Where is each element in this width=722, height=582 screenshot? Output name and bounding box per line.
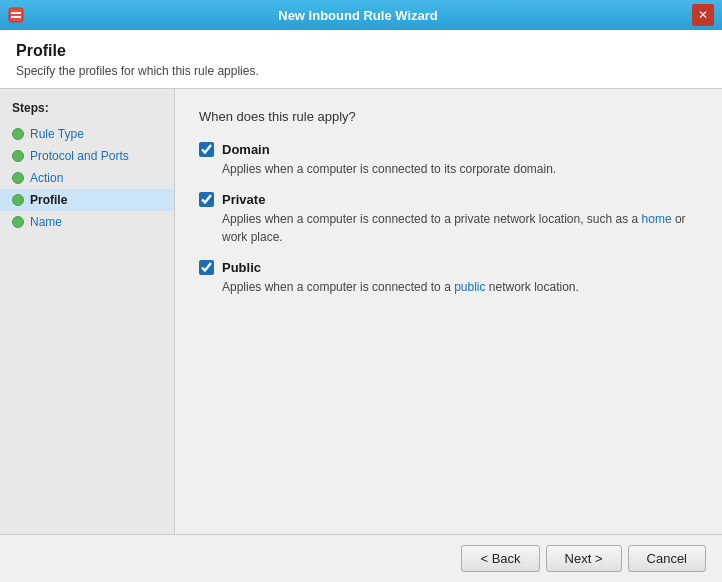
step-indicator-profile: [12, 194, 24, 206]
sidebar-item-profile[interactable]: Profile: [0, 189, 174, 211]
svg-rect-1: [11, 12, 21, 14]
dialog: Profile Specify the profiles for which t…: [0, 30, 722, 582]
dialog-footer: < Back Next > Cancel: [0, 534, 722, 582]
domain-label[interactable]: Domain: [222, 142, 270, 157]
step-indicator-name: [12, 216, 24, 228]
sidebar-item-label-profile: Profile: [30, 193, 67, 207]
sidebar-item-label-action: Action: [30, 171, 63, 185]
step-indicator-action: [12, 172, 24, 184]
private-checkbox[interactable]: [199, 192, 214, 207]
domain-description: Applies when a computer is connected to …: [222, 160, 698, 178]
domain-header: Domain: [199, 142, 698, 157]
svg-rect-2: [11, 16, 21, 18]
content-area: When does this rule apply? Domain Applie…: [175, 89, 722, 534]
sidebar-item-label-rule-type: Rule Type: [30, 127, 84, 141]
private-header: Private: [199, 192, 698, 207]
sidebar-item-protocol-and-ports[interactable]: Protocol and Ports: [0, 145, 174, 167]
profile-option-domain: Domain Applies when a computer is connec…: [199, 142, 698, 178]
step-indicator-rule-type: [12, 128, 24, 140]
cancel-button[interactable]: Cancel: [628, 545, 706, 572]
public-header: Public: [199, 260, 698, 275]
title-bar-title: New Inbound Rule Wizard: [24, 8, 692, 23]
sidebar-item-action[interactable]: Action: [0, 167, 174, 189]
domain-checkbox[interactable]: [199, 142, 214, 157]
page-title: Profile: [16, 42, 706, 60]
public-label[interactable]: Public: [222, 260, 261, 275]
sidebar-item-label-name: Name: [30, 215, 62, 229]
private-label[interactable]: Private: [222, 192, 265, 207]
profile-option-private: Private Applies when a computer is conne…: [199, 192, 698, 246]
question-text: When does this rule apply?: [199, 109, 356, 124]
public-description: Applies when a computer is connected to …: [222, 278, 698, 296]
title-bar-icon: [8, 7, 24, 23]
sidebar-item-rule-type[interactable]: Rule Type: [0, 123, 174, 145]
sidebar-item-name[interactable]: Name: [0, 211, 174, 233]
private-description: Applies when a computer is connected to …: [222, 210, 698, 246]
steps-label: Steps:: [0, 101, 174, 123]
sidebar-item-label-protocol-and-ports: Protocol and Ports: [30, 149, 129, 163]
back-button[interactable]: < Back: [461, 545, 539, 572]
next-button[interactable]: Next >: [546, 545, 622, 572]
public-link[interactable]: public: [454, 280, 485, 294]
home-link[interactable]: home: [642, 212, 672, 226]
rule-apply-question: When does this rule apply?: [199, 109, 698, 124]
svg-rect-0: [9, 8, 23, 22]
dialog-body: Steps: Rule Type Protocol and Ports Acti…: [0, 89, 722, 534]
close-button[interactable]: ✕: [692, 4, 714, 26]
public-checkbox[interactable]: [199, 260, 214, 275]
dialog-header: Profile Specify the profiles for which t…: [0, 30, 722, 89]
step-indicator-protocol-and-ports: [12, 150, 24, 162]
page-subtitle: Specify the profiles for which this rule…: [16, 64, 706, 78]
profile-option-public: Public Applies when a computer is connec…: [199, 260, 698, 296]
sidebar: Steps: Rule Type Protocol and Ports Acti…: [0, 89, 175, 534]
title-bar: New Inbound Rule Wizard ✕: [0, 0, 722, 30]
